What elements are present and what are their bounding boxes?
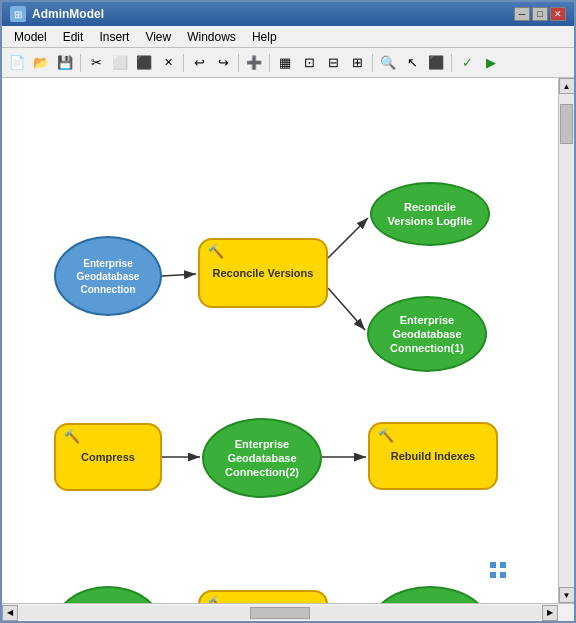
toolbar-sep-6: [451, 54, 452, 72]
svg-line-1: [162, 274, 196, 276]
resize-corner: [558, 605, 574, 621]
svg-line-3: [328, 288, 365, 330]
add-tool-button[interactable]: ➕: [243, 52, 265, 74]
window-title: AdminModel: [32, 7, 104, 21]
node-label-enterprise-conn-1: EnterpriseGeodatabaseConnection: [77, 257, 140, 296]
scroll-track-bottom[interactable]: [19, 606, 541, 620]
node-enterprise-conn-1[interactable]: EnterpriseGeodatabaseConnection: [54, 236, 162, 316]
run-button[interactable]: ▶: [480, 52, 502, 74]
scroll-up-button[interactable]: ▲: [559, 78, 575, 94]
menu-model[interactable]: Model: [6, 28, 55, 46]
node-label-enterprise-conn-1b: EnterpriseGeodatabaseConnection(1): [390, 313, 464, 356]
menu-bar: Model Edit Insert View Windows Help: [2, 26, 574, 48]
node-reconcile-logfile[interactable]: ReconcileVersions Logfile: [370, 182, 490, 246]
undo-button[interactable]: ↩: [188, 52, 210, 74]
minimize-button[interactable]: ─: [514, 7, 530, 21]
scroll-left-button[interactable]: ◀: [2, 605, 18, 621]
menu-edit[interactable]: Edit: [55, 28, 92, 46]
scrollbar-right: ▲ ▼: [558, 78, 574, 603]
new-button[interactable]: 📄: [6, 52, 28, 74]
paste-button[interactable]: ⬛: [133, 52, 155, 74]
scroll-thumb-bottom[interactable]: [250, 607, 310, 619]
maximize-button[interactable]: □: [532, 7, 548, 21]
statusbar: ◀ ▶: [2, 603, 574, 621]
blue-dot-2: [500, 562, 506, 568]
canvas[interactable]: EnterpriseGeodatabaseConnection 🔨 Reconc…: [2, 78, 558, 603]
scroll-down-button[interactable]: ▼: [559, 587, 575, 603]
main-window: ⊞ AdminModel ─ □ ✕ Model Edit Insert Vie…: [0, 0, 576, 623]
zoom-in-button[interactable]: ⊞: [346, 52, 368, 74]
toolbar: 📄 📂 💾 ✂ ⬜ ⬛ ✕ ↩ ↪ ➕ ▦ ⊡ ⊟ ⊞ 🔍 ↖ ⬛ ✓ ▶: [2, 48, 574, 78]
menu-help[interactable]: Help: [244, 28, 285, 46]
cut-button[interactable]: ✂: [85, 52, 107, 74]
select-button[interactable]: ↖: [401, 52, 423, 74]
menu-insert[interactable]: Insert: [91, 28, 137, 46]
node-reconcile-versions[interactable]: 🔨 Reconcile Versions: [198, 238, 328, 308]
svg-line-2: [328, 218, 368, 258]
node-label-enterprise-conn-2: EnterpriseGeodatabaseConnection(2): [225, 437, 299, 480]
node-label-reconcile-versions: Reconcile Versions: [213, 266, 314, 280]
toolbar-sep-1: [80, 54, 81, 72]
pan-button[interactable]: 🔍: [377, 52, 399, 74]
node-analyze-datasets[interactable]: 🔨 Analyze Datasets: [198, 590, 328, 603]
scroll-right-button[interactable]: ▶: [542, 605, 558, 621]
validate-button[interactable]: ✓: [456, 52, 478, 74]
blue-dot-4: [500, 572, 506, 578]
menu-view[interactable]: View: [137, 28, 179, 46]
scroll-track-right[interactable]: [559, 94, 574, 587]
fit-button[interactable]: ⊡: [298, 52, 320, 74]
node-label-reconcile-logfile: ReconcileVersions Logfile: [388, 200, 473, 229]
blue-dot-1: [490, 562, 496, 568]
node-label-rebuild-indexes: Rebuild Indexes: [391, 449, 475, 463]
node-enterprise-conn-4[interactable]: EnterpriseGeodatabaseConnection(4): [370, 586, 490, 603]
grid-button[interactable]: ▦: [274, 52, 296, 74]
redo-button[interactable]: ↪: [212, 52, 234, 74]
zoom-out-button[interactable]: ⊟: [322, 52, 344, 74]
open-button[interactable]: 📂: [30, 52, 52, 74]
node-compress[interactable]: 🔨 Compress: [54, 423, 162, 491]
scroll-thumb-right[interactable]: [560, 104, 573, 144]
toolbar-sep-5: [372, 54, 373, 72]
blue-dot-3: [490, 572, 496, 578]
node-rebuild-indexes[interactable]: 🔨 Rebuild Indexes: [368, 422, 498, 490]
node-label-compress: Compress: [81, 450, 135, 464]
toolbar-sep-2: [183, 54, 184, 72]
menu-windows[interactable]: Windows: [179, 28, 244, 46]
title-bar: ⊞ AdminModel ─ □ ✕: [2, 2, 574, 26]
copy-button[interactable]: ⬜: [109, 52, 131, 74]
toolbar-sep-3: [238, 54, 239, 72]
main-area: EnterpriseGeodatabaseConnection 🔨 Reconc…: [2, 78, 574, 603]
toolbar-sep-4: [269, 54, 270, 72]
app-icon: ⊞: [10, 6, 26, 22]
delete-button[interactable]: ✕: [157, 52, 179, 74]
title-bar-left: ⊞ AdminModel: [10, 6, 104, 22]
title-controls: ─ □ ✕: [514, 7, 566, 21]
connect-button[interactable]: ⬛: [425, 52, 447, 74]
close-button[interactable]: ✕: [550, 7, 566, 21]
node-enterprise-conn-1b[interactable]: EnterpriseGeodatabaseConnection(1): [367, 296, 487, 372]
node-enterprise-conn-3[interactable]: EnterpriseGeodatabaseConnection(3): [54, 586, 162, 603]
node-enterprise-conn-2[interactable]: EnterpriseGeodatabaseConnection(2): [202, 418, 322, 498]
save-button[interactable]: 💾: [54, 52, 76, 74]
